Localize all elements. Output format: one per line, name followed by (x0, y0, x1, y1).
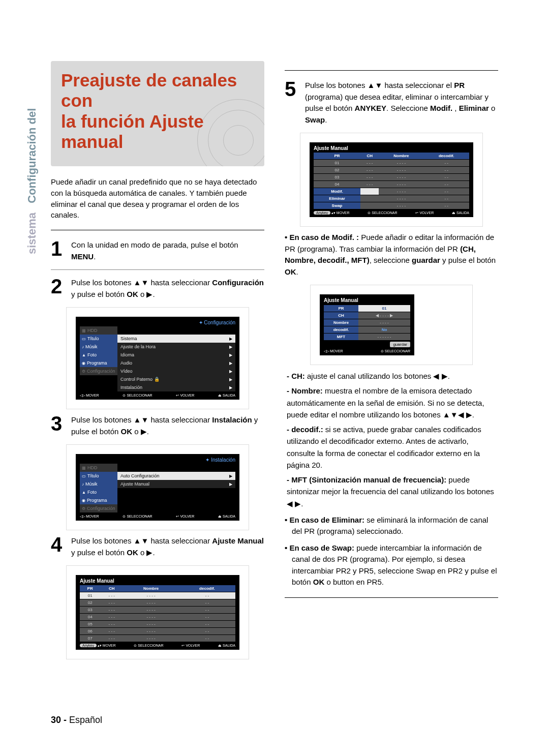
divider (285, 597, 498, 598)
pr-table: PRCHNombredecodif. 01- - -- - - -- - 02-… (80, 585, 235, 642)
osd-footer: ◁▷ MOVER ⊙ SELECCIONAR ↩ VOLVER ⏏ SALIDA (80, 391, 235, 398)
osd-footer: Anykey ▴▾ MOVER ⊙ SELECCIONAR ↩ VOLVER ⏏… (314, 209, 469, 215)
divider (285, 70, 498, 71)
osd-config-menu: ✦ Configuración ▦HDD ▭TítuloSistema▶ ♪Mú… (66, 307, 249, 409)
hero-title: Preajuste de canales con la función Ajus… (61, 70, 254, 152)
osd-manual-table: Ajuste Manual PRCHNombredecodif. 01- - -… (66, 565, 249, 659)
side-tab-main: Configuración del (25, 108, 38, 203)
save-button[interactable]: guardar (390, 342, 410, 347)
step-number: 4 (51, 535, 66, 558)
swap-paragraph: • En caso de Swap: puede intercambiar la… (285, 542, 498, 588)
step-text: Pulse los botones ▲▼ hasta seleccionar I… (71, 414, 264, 437)
intro-text: Puede añadir un canal predefinido que no… (51, 176, 264, 221)
step-text: Pulse los botones ▲▼ hasta seleccionar A… (71, 535, 264, 558)
step-text: Con la unidad en modo de parada, pulse e… (71, 239, 264, 262)
step-4: 4 Pulse los botones ▲▼ hasta seleccionar… (51, 535, 264, 558)
page-number: 30 - (51, 715, 67, 725)
osd-edit-pr: Ajuste Manual PR01 CH◀ - - - - ▶ Nombre-… (310, 285, 473, 365)
field-details: - CH: ajuste el canal utilizando los bot… (287, 370, 498, 509)
step-number: 3 (51, 414, 66, 437)
side-tab-sub: sistema (25, 213, 38, 254)
step-5: 5 Pulse los botones ▲▼ hasta seleccionar… (285, 80, 498, 126)
step-1: 1 Con la unidad en modo de parada, pulse… (51, 239, 264, 262)
osd-title: Ajuste Manual (80, 578, 235, 585)
osd-install-menu: ✦ Instalación ▦HDD ▭TítuloAuto Configura… (66, 444, 249, 530)
step-3: 3 Pulse los botones ▲▼ hasta seleccionar… (51, 414, 264, 437)
page-footer: 30 - Español (51, 715, 102, 725)
osd-footer: Anykey ▴▾ MOVER ⊙ SELECCIONAR ↩ VOLVER ⏏… (80, 642, 235, 648)
pr-edit-table: PR01 CH◀ - - - - ▶ Nombre- - - - decodif… (324, 305, 410, 340)
modif-paragraph: • En caso de Modif. : Puede añadir o edi… (285, 232, 498, 278)
step-text: Pulse los botones ▲▼ hasta seleccionar e… (305, 80, 498, 126)
side-tab: sistema Configuración del (25, 108, 39, 254)
divider (51, 269, 264, 270)
hero-box: Preajuste de canales con la función Ajus… (51, 61, 264, 166)
left-column: Preajuste de canales con la función Ajus… (51, 61, 264, 663)
step-number: 1 (51, 239, 66, 262)
osd-title: Ajuste Manual (324, 297, 410, 305)
eliminar-paragraph: • En caso de Eliminar: se eliminará la i… (285, 515, 498, 537)
divider (51, 230, 264, 230)
pr-table-context: PRCHNombredecodif. 01- - -- - - -- - 02-… (314, 153, 469, 209)
step-number: 5 (285, 80, 300, 126)
osd-footer: ◁▷ MOVER ⊙ SELECCIONAR (324, 347, 410, 353)
page-language: Español (69, 715, 102, 725)
osd-title: Ajuste Manual (314, 145, 469, 153)
step-2: 2 Pulse los botones ▲▼ hasta seleccionar… (51, 277, 264, 300)
osd-context-menu: Ajuste Manual PRCHNombredecodif. 01- - -… (300, 133, 483, 227)
step-text: Pulse los botones ▲▼ hasta seleccionar C… (71, 277, 264, 300)
osd-header: ✦ Configuración (80, 320, 235, 326)
step-number: 2 (51, 277, 66, 300)
osd-footer: ◁▷ MOVER ⊙ SELECCIONAR ↩ VOLVER ⏏ SALIDA (80, 512, 235, 519)
right-column: 5 Pulse los botones ▲▼ hasta seleccionar… (285, 61, 498, 663)
osd-header: ✦ Instalación (80, 457, 235, 464)
